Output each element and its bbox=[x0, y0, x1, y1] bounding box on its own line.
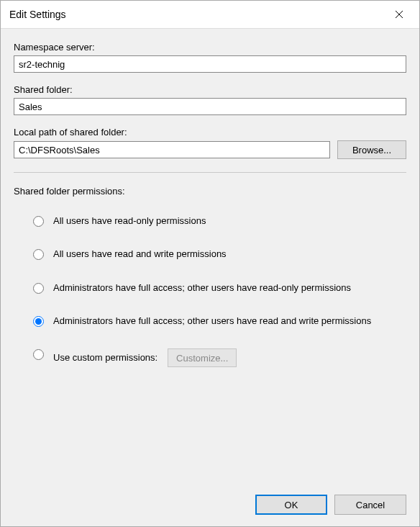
perm-radio-read-only[interactable] bbox=[33, 216, 44, 227]
perm-label: Administrators have full access; other u… bbox=[53, 282, 406, 294]
namespace-input[interactable] bbox=[14, 55, 406, 73]
perm-radio-custom[interactable] bbox=[33, 349, 44, 360]
local-path-input[interactable] bbox=[14, 141, 330, 158]
window-title: Edit Settings bbox=[9, 9, 385, 20]
perm-radio-read-write[interactable] bbox=[33, 249, 44, 260]
perm-radio-admin-readwrite[interactable] bbox=[33, 316, 44, 327]
perm-option-read-only[interactable]: All users have read-only permissions bbox=[29, 215, 406, 227]
close-icon bbox=[395, 10, 403, 19]
browse-button[interactable]: Browse... bbox=[337, 140, 406, 159]
separator bbox=[14, 172, 406, 173]
permissions-section-label: Shared folder permissions: bbox=[14, 186, 406, 197]
namespace-label: Namespace server: bbox=[14, 42, 406, 53]
shared-folder-input[interactable] bbox=[14, 98, 406, 115]
perm-option-custom: Use custom permissions: Customize... bbox=[29, 348, 406, 367]
dialog-body: Namespace server: Shared folder: Local p… bbox=[1, 28, 419, 526]
perm-option-admin-readonly[interactable]: Administrators have full access; other u… bbox=[29, 282, 406, 294]
perm-option-admin-readwrite[interactable]: Administrators have full access; other u… bbox=[29, 315, 406, 327]
titlebar: Edit Settings bbox=[1, 1, 419, 28]
permissions-radio-group: All users have read-only permissions All… bbox=[29, 205, 406, 377]
perm-option-read-write[interactable]: All users have read and write permission… bbox=[29, 248, 406, 260]
edit-settings-dialog: Edit Settings Namespace server: Shared f… bbox=[0, 0, 420, 527]
close-button[interactable] bbox=[385, 4, 414, 25]
shared-folder-label: Shared folder: bbox=[14, 84, 406, 95]
ok-button[interactable]: OK bbox=[255, 495, 327, 515]
perm-label[interactable]: Use custom permissions: bbox=[53, 352, 158, 364]
customize-button[interactable]: Customize... bbox=[168, 348, 237, 367]
cancel-button[interactable]: Cancel bbox=[334, 495, 406, 515]
perm-label: Administrators have full access; other u… bbox=[53, 315, 406, 327]
perm-label: All users have read and write permission… bbox=[53, 248, 406, 260]
perm-radio-admin-readonly[interactable] bbox=[33, 283, 44, 294]
dialog-footer: OK Cancel bbox=[14, 485, 406, 515]
perm-label: All users have read-only permissions bbox=[53, 215, 406, 227]
local-path-label: Local path of shared folder: bbox=[14, 127, 406, 138]
